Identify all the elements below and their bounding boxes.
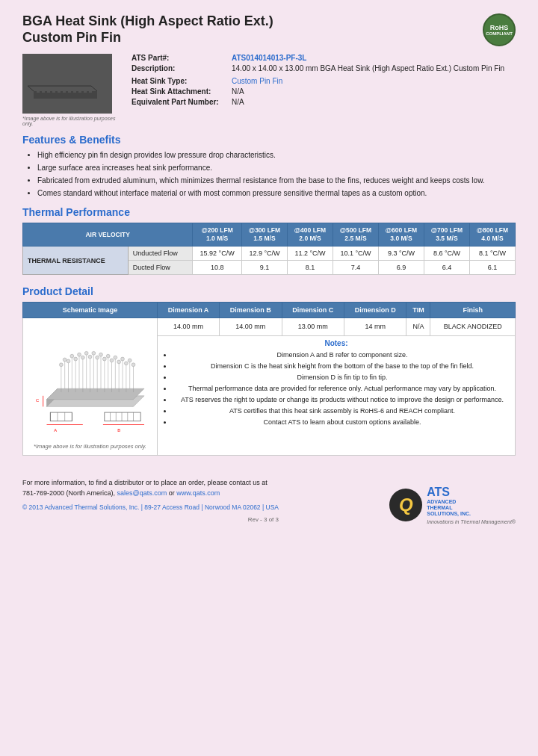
- ducted-200: 10.8: [193, 261, 242, 275]
- type-row: Heat Sink Type: Custom Pin Fin: [132, 77, 516, 85]
- svg-point-59: [132, 362, 135, 366]
- ats-logo: Q ATS ADVANCED THERMAL SOLUTIONS, INC. I…: [389, 486, 516, 524]
- ducted-500: 7.4: [333, 261, 378, 275]
- col-300: @300 LFM1.5 M/S: [242, 223, 288, 247]
- contact-details: 781-769-2000 (North America), sales@qats…: [22, 489, 279, 499]
- desc-label: Description:: [132, 64, 229, 72]
- air-velocity-header: AIR VELOCITY: [23, 223, 193, 247]
- rohs-compliant: COMPLIANT: [486, 31, 513, 36]
- col-800: @800 LFM4.0 M/S: [469, 223, 515, 247]
- schematic-cell: C: [23, 318, 158, 456]
- svg-rect-5: [58, 65, 61, 93]
- col-200: @200 LFM1.0 M/S: [193, 223, 242, 247]
- finish-col: Finish: [430, 303, 516, 318]
- title-line2: Custom Pin Fin: [22, 30, 121, 45]
- rohs-badge: RoHS COMPLIANT: [483, 13, 516, 46]
- thermal-section: Thermal Performance AIR VELOCITY @200 LF…: [22, 206, 516, 275]
- email-link[interactable]: sales@qats.com: [117, 489, 167, 497]
- features-heading: Features & Benefits: [22, 134, 516, 146]
- svg-point-37: [128, 359, 132, 362]
- unducted-400: 11.2 °C/W: [287, 247, 333, 261]
- footer-left: For more information, to find a distribu…: [22, 478, 279, 524]
- tim-col: TIM: [406, 303, 430, 318]
- image-caption: *Image above is for illustration purpose…: [22, 116, 120, 126]
- svg-point-28: [63, 358, 67, 362]
- notes-title: Notes:: [161, 339, 512, 347]
- ducted-700: 6.4: [424, 261, 469, 275]
- svg-point-57: [117, 360, 120, 364]
- svg-rect-67: [104, 412, 140, 421]
- unducted-300: 12.9 °C/W: [242, 247, 288, 261]
- part-number-row: ATS Part#: ATS014014013-PF-3L: [132, 54, 516, 62]
- svg-point-50: [67, 359, 70, 363]
- svg-point-32: [91, 351, 95, 355]
- svg-rect-10: [84, 65, 87, 93]
- svg-text:A: A: [54, 428, 57, 433]
- description-row: Description: 14.00 x 14.00 x 13.00 mm BG…: [132, 64, 516, 72]
- list-item: ATS certifies that this heat sink assemb…: [173, 406, 512, 415]
- phone: 781-769-2000 (North America),: [22, 489, 115, 497]
- svg-point-51: [73, 357, 77, 361]
- svg-rect-1: [37, 69, 40, 93]
- type-value: Custom Pin Fin: [232, 77, 282, 85]
- attachment-row: Heat Sink Attachment: N/A: [132, 87, 516, 96]
- svg-point-34: [106, 354, 110, 358]
- specs-block: ATS Part#: ATS014014013-PF-3L Descriptio…: [132, 54, 516, 126]
- copyright: © 2013 Advanced Thermal Solutions, Inc. …: [22, 503, 279, 512]
- svg-point-35: [113, 356, 117, 359]
- website-link[interactable]: www.qats.com: [176, 489, 220, 497]
- dim-d-value: 14 mm: [344, 318, 406, 335]
- thermal-table: AIR VELOCITY @200 LFM1.0 M/S @300 LFM1.5…: [22, 223, 516, 275]
- ducted-400: 8.1: [287, 261, 333, 275]
- svg-point-53: [88, 355, 92, 359]
- svg-text:C: C: [36, 397, 39, 402]
- contact-line: For more information, to find a distribu…: [22, 478, 279, 489]
- schematic-caption: *Image above is for illustration purpose…: [26, 441, 154, 452]
- product-detail-table: Schematic Image Dimension A Dimension B …: [22, 302, 516, 456]
- equiv-label: Equivalent Part Number:: [132, 98, 229, 106]
- product-detail-section: Product Detail Schematic Image Dimension…: [22, 285, 516, 456]
- equiv-row: Equivalent Part Number: N/A: [132, 98, 516, 106]
- dim-b-value: 14.00 mm: [220, 318, 282, 335]
- list-item: Large surface area increases heat sink p…: [37, 163, 516, 173]
- info-section: *Image above is for illustration purpose…: [22, 54, 516, 126]
- svg-rect-4: [52, 63, 55, 93]
- ats-sub3: SOLUTIONS, INC.: [427, 511, 516, 517]
- ats-sub2: THERMAL: [427, 505, 516, 511]
- description: 14.00 x 14.00 x 13.00 mm BGA Heat Sink (…: [232, 64, 504, 72]
- svg-text:B: B: [117, 428, 120, 433]
- footer: For more information, to find a distribu…: [22, 478, 516, 524]
- list-item: Dimension D is fin tip to fin tip.: [173, 373, 512, 382]
- attachment-label: Heat Sink Attachment:: [132, 87, 229, 96]
- svg-point-52: [81, 356, 84, 359]
- list-item: Dimension A and B refer to component siz…: [173, 350, 512, 359]
- unducted-700: 8.6 °C/W: [424, 247, 469, 261]
- type-label: Heat Sink Type:: [132, 77, 229, 85]
- product-image-block: *Image above is for illustration purpose…: [22, 54, 120, 126]
- conjunction: or: [169, 489, 177, 497]
- part-number: ATS014014013-PF-3L: [232, 54, 306, 62]
- thermal-resistance-label: THERMAL RESISTANCE: [23, 247, 129, 275]
- svg-rect-62: [50, 412, 72, 421]
- svg-point-56: [110, 359, 114, 362]
- copyright-text: © 2013 Advanced Thermal Solutions, Inc. …: [22, 504, 279, 511]
- dim-d-col: Dimension D: [344, 303, 406, 318]
- dim-a-value: 14.00 mm: [158, 318, 220, 335]
- ducted-300: 9.1: [242, 261, 288, 275]
- svg-point-55: [102, 357, 106, 361]
- list-item: Dimension C is the heat sink height from…: [173, 362, 512, 371]
- svg-point-54: [95, 356, 99, 359]
- rohs-text: RoHS: [490, 24, 509, 31]
- notes-list: Dimension A and B refer to component siz…: [161, 350, 512, 427]
- product-image-box: [22, 54, 112, 114]
- list-item: ATS reserves the right to update or chan…: [173, 395, 512, 404]
- ducted-800: 6.1: [469, 261, 515, 275]
- svg-point-30: [77, 353, 81, 356]
- list-item: Fabricated from extruded aluminum, which…: [37, 176, 516, 186]
- unducted-label: Unducted Flow: [128, 247, 193, 261]
- ats-main-text: ATS: [427, 486, 516, 499]
- dim-c-col: Dimension C: [282, 303, 344, 318]
- svg-point-31: [84, 351, 88, 355]
- contact-text: For more information, to find a distribu…: [22, 479, 268, 486]
- page-number: Rev - 3 of 3: [22, 515, 279, 524]
